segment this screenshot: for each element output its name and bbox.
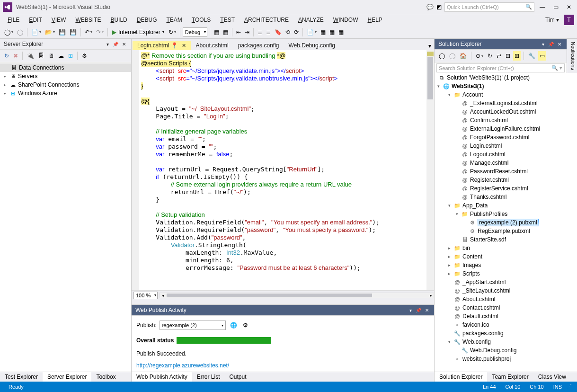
expander-icon[interactable]: ▸ bbox=[446, 254, 452, 259]
solution-tree-item[interactable]: 🔧packages.config bbox=[435, 329, 567, 338]
close-button[interactable]: ✕ bbox=[564, 2, 574, 12]
solution-tree-item[interactable]: ▾📁PublishProfiles bbox=[435, 210, 567, 218]
solution-tree-item[interactable]: ▸📁Images bbox=[435, 261, 567, 269]
expander-icon[interactable]: ▸ bbox=[446, 246, 452, 250]
bottom-tab[interactable]: Server Explorer bbox=[43, 372, 91, 382]
panel-pin-icon[interactable]: 📌 bbox=[414, 308, 423, 313]
expander-icon[interactable]: ▸ bbox=[2, 74, 8, 79]
menu-website[interactable]: WEBSITE bbox=[71, 15, 106, 25]
save-button[interactable]: 💾 bbox=[57, 27, 67, 37]
save-all-button[interactable]: 💾 bbox=[68, 27, 78, 37]
tb-icon-4[interactable]: ⟳ bbox=[293, 27, 300, 37]
solution-tree[interactable]: ⧉Solution 'WebSite3(1)' (1 project) ▾🌐We… bbox=[435, 73, 567, 372]
user-name[interactable]: Tim ▾ bbox=[542, 15, 562, 25]
bottom-tab[interactable]: Web Publish Activity bbox=[132, 372, 192, 382]
resize-grip-icon[interactable]: ⋰ bbox=[567, 383, 573, 390]
notifications-tab[interactable]: Notifications bbox=[567, 39, 577, 73]
bookmark-button[interactable]: 🔖 bbox=[273, 27, 283, 37]
uncomment-button[interactable]: ≣ bbox=[265, 27, 272, 37]
menu-view[interactable]: VIEW bbox=[47, 15, 71, 25]
se-properties-button[interactable]: 🔧 bbox=[527, 51, 537, 61]
solution-tree-item[interactable]: 🔧Web.Debug.config bbox=[435, 346, 567, 355]
flag-icon[interactable]: ◩ bbox=[436, 4, 442, 10]
tree-item-servers[interactable]: ▸🖥Servers bbox=[0, 72, 131, 80]
tb-icon-7[interactable]: ▦ bbox=[328, 27, 336, 37]
bottom-tab[interactable]: Test Explorer bbox=[0, 372, 43, 382]
expander-icon[interactable]: ▾ bbox=[446, 339, 452, 344]
solution-tree-item[interactable]: @Logout.cshtml bbox=[435, 150, 567, 159]
bottom-tab[interactable]: Toolbox bbox=[91, 372, 120, 382]
solution-tree-item[interactable]: ▸📁Scripts bbox=[435, 269, 567, 278]
maximize-button[interactable]: ▭ bbox=[550, 2, 561, 12]
se-sync-button[interactable]: ⇄ bbox=[495, 51, 503, 61]
config-combo[interactable]: Debug bbox=[183, 27, 207, 37]
se-azure-button[interactable]: ⊞ bbox=[67, 51, 74, 61]
tree-item-azure[interactable]: ▸⊞Windows Azure bbox=[0, 89, 131, 98]
solution-tree-item[interactable]: @RegisterService.cshtml bbox=[435, 184, 567, 193]
se-connect-button[interactable]: 🔌 bbox=[26, 51, 36, 61]
se-scope-button[interactable]: ⊙ bbox=[474, 51, 485, 61]
solution-node[interactable]: ⧉Solution 'WebSite3(1)' (1 project) bbox=[435, 73, 567, 82]
publish-globe-button[interactable]: 🌐 bbox=[229, 320, 239, 330]
solution-tree-item[interactable]: @Register.cshtml bbox=[435, 176, 567, 184]
se-server-button[interactable]: 🖥 bbox=[47, 51, 55, 61]
solution-tree-item[interactable]: ▸📁bin bbox=[435, 244, 567, 252]
solution-tree-item[interactable]: ⚙RegExample.pubxml bbox=[435, 227, 567, 235]
zoom-combo[interactable]: 100 % bbox=[133, 292, 158, 299]
open-file-button[interactable]: 📂 bbox=[44, 27, 56, 37]
se-refresh-button[interactable]: ↻ bbox=[486, 51, 494, 61]
solution-tree-item[interactable]: ▾📁Account bbox=[435, 90, 567, 99]
user-avatar[interactable]: T bbox=[564, 15, 574, 25]
expander-icon[interactable]: ▸ bbox=[2, 82, 8, 87]
close-tab-icon[interactable]: ✕ bbox=[182, 43, 186, 49]
solution-tree-item[interactable]: @_ExternalLoginsList.cshtml bbox=[435, 99, 567, 107]
vertical-scrollbar[interactable] bbox=[426, 50, 434, 290]
se-home-button[interactable]: 🏠 bbox=[458, 51, 468, 61]
se-db-button[interactable]: 🗄 bbox=[37, 51, 45, 61]
bottom-tab[interactable]: Team Explorer bbox=[487, 372, 533, 382]
solution-tree-item[interactable]: @About.cshtml bbox=[435, 295, 567, 303]
tb-icon-2[interactable]: ▦ bbox=[222, 27, 230, 37]
se-stop-button[interactable]: ✖ bbox=[12, 51, 19, 61]
se-showall-button[interactable]: ⊞ bbox=[513, 51, 521, 61]
menu-analyze[interactable]: ANALYZE bbox=[293, 15, 328, 25]
quick-launch-input[interactable]: Quick Launch (Ctrl+Q) 🔍 bbox=[444, 2, 534, 12]
solution-tree-item[interactable]: ▸📁Content bbox=[435, 252, 567, 261]
panel-dropdown-icon[interactable]: ▾ bbox=[408, 308, 413, 313]
menu-debug[interactable]: DEBUG bbox=[132, 15, 162, 25]
solution-tree-item[interactable]: @_AppStart.cshtml bbox=[435, 278, 567, 286]
solution-tree-item[interactable]: @Manage.cshtml bbox=[435, 159, 567, 167]
menu-architecture[interactable]: ARCHITECTURE bbox=[240, 15, 293, 25]
tb-icon-1[interactable]: ▦ bbox=[213, 27, 221, 37]
expander-icon[interactable]: ▾ bbox=[446, 92, 452, 97]
solution-tree-item[interactable]: ▫favicon.ico bbox=[435, 321, 567, 329]
solution-tree-item[interactable]: ⚙regexample (2).pubxml bbox=[435, 218, 567, 227]
solution-search-input[interactable]: Search Solution Explorer (Ctrl+;) 🔍 ▾ bbox=[436, 63, 565, 72]
expander-icon[interactable]: ▸ bbox=[446, 271, 452, 276]
solution-tree-item[interactable]: @AccountLockedOut.cshtml bbox=[435, 107, 567, 116]
tab-overflow-button[interactable]: ▾ bbox=[426, 42, 434, 50]
solution-tree-item[interactable]: @ExternalLoginFailure.cshtml bbox=[435, 125, 567, 133]
menu-window[interactable]: WINDOW bbox=[328, 15, 363, 25]
new-project-button[interactable]: 📄 bbox=[30, 27, 43, 37]
tb-icon-6[interactable]: ▦ bbox=[319, 27, 327, 37]
tree-item-sharepoint[interactable]: ▸☁SharePoint Connections bbox=[0, 80, 131, 89]
code-editor[interactable]: @* Remove this section if you are using … bbox=[132, 50, 434, 290]
solution-tree-item[interactable]: ▾📁App_Data bbox=[435, 201, 567, 210]
publish-settings-button[interactable]: ⚙ bbox=[241, 320, 249, 330]
panel-pin-icon[interactable]: 📌 bbox=[547, 42, 555, 47]
solution-tree-item[interactable]: @Contact.cshtml bbox=[435, 303, 567, 312]
solution-tree-item[interactable]: ▫website.publishproj bbox=[435, 355, 567, 363]
code-content[interactable]: @* Remove this section if you are using … bbox=[139, 50, 426, 290]
tree-item-data-connections[interactable]: 🗄Data Connections bbox=[0, 63, 131, 72]
expander-icon[interactable]: ▸ bbox=[446, 263, 452, 267]
solution-tree-item[interactable]: @ForgotPassword.cshtml bbox=[435, 133, 567, 142]
server-explorer-tree[interactable]: 🗄Data Connections ▸🖥Servers ▸☁SharePoint… bbox=[0, 62, 131, 372]
pin-icon[interactable]: 📍 bbox=[171, 42, 178, 49]
menu-tools[interactable]: TOOLS bbox=[187, 15, 215, 25]
nav-back-button[interactable]: ◯ bbox=[3, 27, 15, 37]
solution-tree-item[interactable]: @Default.cshtml bbox=[435, 312, 567, 321]
horizontal-scrollbar[interactable]: ◂▸ bbox=[160, 293, 434, 298]
menu-file[interactable]: FILE bbox=[3, 15, 24, 25]
minimize-button[interactable]: — bbox=[537, 2, 548, 12]
